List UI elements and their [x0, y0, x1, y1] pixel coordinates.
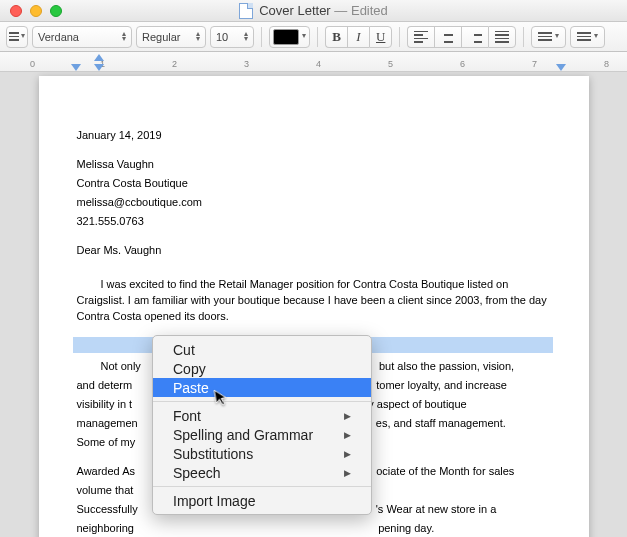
menu-item-spelling-grammar[interactable]: Spelling and Grammar: [153, 425, 371, 444]
font-family-select[interactable]: Verdana ▴▾: [32, 26, 132, 48]
align-right-button[interactable]: [461, 26, 488, 48]
recipient-name: Melissa Vaughn: [77, 157, 549, 173]
align-left-icon: [414, 31, 428, 43]
text-style-group: B I U: [325, 26, 392, 48]
paragraph-style-button[interactable]: ▾: [6, 26, 28, 48]
menu-item-substitutions[interactable]: Substitutions: [153, 444, 371, 463]
minimize-window-button[interactable]: [30, 5, 42, 17]
paragraph-style-icon: [9, 32, 19, 41]
indent-marker-right[interactable]: [556, 64, 566, 71]
align-center-icon: [441, 31, 455, 43]
salutation: Dear Ms. Vaughn: [77, 243, 549, 259]
align-justify-icon: [495, 31, 509, 43]
menu-item-cut[interactable]: Cut: [153, 340, 371, 359]
window-titlebar: Cover Letter — Edited: [0, 0, 627, 22]
document-edited-suffix: — Edited: [334, 3, 387, 18]
indent-marker-first-line[interactable]: [71, 64, 81, 71]
menu-divider: [153, 401, 371, 402]
recipient-phone: 321.555.0763: [77, 214, 549, 230]
alignment-group: [407, 26, 516, 48]
chevron-down-icon: ▾: [555, 34, 559, 39]
menu-item-paste[interactable]: Paste: [153, 378, 371, 397]
color-swatch-icon: [273, 29, 299, 45]
toolbar-separator: [261, 27, 262, 47]
zoom-window-button[interactable]: [50, 5, 62, 17]
chevron-updown-icon: ▴▾: [122, 32, 126, 42]
body-paragraph-1: I was excited to find the Retail Manager…: [77, 277, 549, 325]
indent-marker-hanging[interactable]: [94, 64, 104, 71]
align-center-button[interactable]: [434, 26, 461, 48]
ruler-mark: 8: [604, 59, 609, 69]
traffic-lights: [0, 5, 62, 17]
document-title-text: Cover Letter: [259, 3, 331, 18]
align-justify-button[interactable]: [488, 26, 516, 48]
italic-button[interactable]: I: [347, 26, 369, 48]
ruler-mark: 2: [172, 59, 177, 69]
toolbar-separator: [399, 27, 400, 47]
align-left-button[interactable]: [407, 26, 434, 48]
menu-item-import-image[interactable]: Import Image: [153, 491, 371, 510]
line-spacing-icon: [538, 32, 552, 41]
ruler-mark: 7: [532, 59, 537, 69]
line-spacing-button[interactable]: ▾: [531, 26, 566, 48]
toolbar-separator: [523, 27, 524, 47]
document-icon: [239, 3, 253, 19]
chevron-updown-icon: ▴▾: [196, 32, 200, 42]
bold-button[interactable]: B: [325, 26, 347, 48]
chevron-updown-icon: ▴▾: [244, 32, 248, 42]
ruler-mark: 6: [460, 59, 465, 69]
recipient-company: Contra Costa Boutique: [77, 176, 549, 192]
ruler-mark: 3: [244, 59, 249, 69]
formatting-toolbar: ▾ Verdana ▴▾ Regular ▴▾ 10 ▴▾ ▾ B I U: [0, 22, 627, 52]
ruler-mark: 4: [316, 59, 321, 69]
font-size-value: 10: [216, 31, 228, 43]
menu-item-font[interactable]: Font: [153, 406, 371, 425]
toolbar-separator: [317, 27, 318, 47]
window-title: Cover Letter — Edited: [0, 3, 627, 19]
horizontal-ruler[interactable]: 0 1 2 3 4 5 6 7 8: [0, 52, 627, 72]
doc-date: January 14, 2019: [77, 128, 549, 144]
menu-item-copy[interactable]: Copy: [153, 359, 371, 378]
ruler-mark: 5: [388, 59, 393, 69]
list-icon: [577, 32, 591, 41]
menu-divider: [153, 486, 371, 487]
underline-button[interactable]: U: [369, 26, 392, 48]
bullet-line: neighboring pening day.: [77, 521, 549, 537]
recipient-email: melissa@ccboutique.com: [77, 195, 549, 211]
close-window-button[interactable]: [10, 5, 22, 17]
ruler-mark: 0: [30, 59, 35, 69]
chevron-down-icon: ▾: [302, 34, 306, 39]
context-menu: Cut Copy Paste Font Spelling and Grammar…: [152, 335, 372, 515]
chevron-down-icon: ▾: [21, 34, 25, 39]
font-size-select[interactable]: 10 ▴▾: [210, 26, 254, 48]
font-style-value: Regular: [142, 31, 181, 43]
text-color-button[interactable]: ▾: [269, 26, 310, 48]
align-right-icon: [468, 31, 482, 43]
font-family-value: Verdana: [38, 31, 79, 43]
chevron-down-icon: ▾: [594, 34, 598, 39]
font-style-select[interactable]: Regular ▴▾: [136, 26, 206, 48]
indent-marker-left[interactable]: [94, 54, 104, 61]
menu-item-speech[interactable]: Speech: [153, 463, 371, 482]
list-style-button[interactable]: ▾: [570, 26, 605, 48]
